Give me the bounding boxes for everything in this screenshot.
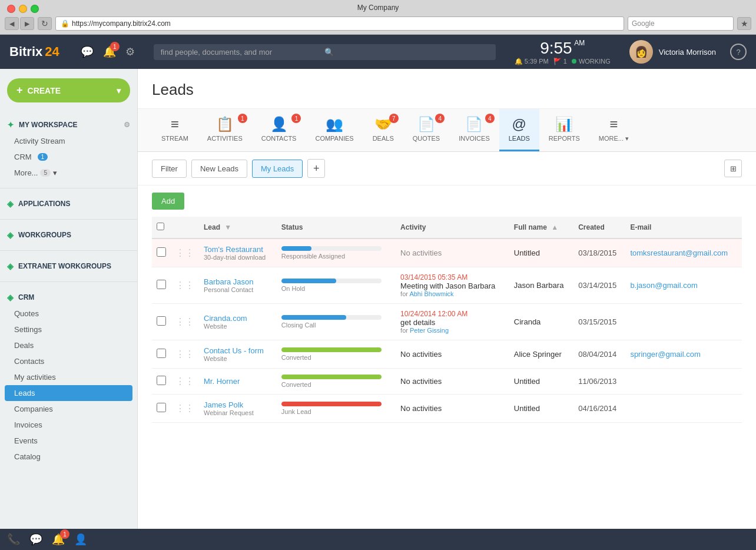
lead-name-0[interactable]: Tom's Restaurant [204,245,272,254]
row-status-cell: Junk Lead [277,395,396,423]
row-checkbox-5[interactable] [157,403,166,412]
row-handle-cell: ⋮⋮ [171,369,199,395]
sidebar-item-catalog[interactable]: Catalog [0,449,137,465]
maximize-window-btn[interactable] [31,5,39,13]
expand-button[interactable]: ⊞ [724,160,742,177]
sidebar-item-more[interactable]: More... 5 ▾ [0,165,137,181]
workgroups-header[interactable]: ◈ WORKGROUPS [0,227,137,243]
add-lead-button[interactable]: Add [152,193,184,210]
row-checkbox-2[interactable] [157,316,166,326]
settings-icon[interactable]: ⚙ [125,45,135,58]
sidebar-item-events[interactable]: Events [0,433,137,449]
username[interactable]: Victoria Morrison [659,48,716,57]
lead-name-5[interactable]: James Polk [204,400,272,409]
browser-search[interactable]: Google [628,16,734,31]
applications-header[interactable]: ◈ APPLICATIONS [0,196,137,212]
new-leads-button[interactable]: New Leads [191,160,247,178]
th-fullname[interactable]: Full name ▲ [509,217,573,238]
row-checkbox-0[interactable] [157,247,166,257]
activity-date-2[interactable]: 10/24/2014 12:00 AM [400,310,505,318]
chevron-down-icon: ▾ [53,168,57,177]
reload-button[interactable]: ↻ [38,17,52,30]
select-all-checkbox[interactable] [157,223,164,230]
row-status-cell: Converted [277,369,396,395]
bottom-bell-icon[interactable]: 🔔 1 [52,533,65,546]
phone-icon[interactable]: 📞 [7,533,20,546]
chat-icon[interactable]: 💬 [29,533,42,546]
tab-reports[interactable]: 📊 REPORTS [539,109,589,151]
lead-name-1[interactable]: Barbara Jason [204,277,272,286]
filter-button[interactable]: Filter [152,160,187,178]
drag-handle[interactable]: ⋮⋮ [175,317,194,327]
email-1[interactable]: b.jason@gmail.com [630,281,737,290]
activity-for-link-2[interactable]: Peter Gissing [410,327,449,334]
sidebar-item-leads[interactable]: Leads [5,385,132,401]
sidebar-item-crm[interactable]: CRM 1 [0,149,137,165]
my-workspace-header[interactable]: ✦ MY WORKSPACE ⚙ [0,117,137,133]
activity-for-link-1[interactable]: Abhi Bhowmick [409,290,453,297]
tab-leads[interactable]: @ LEADS [499,109,539,151]
activity-title-5: No activities [400,404,505,413]
address-bar[interactable]: 🔒 https://mycompany.bitrix24.com [55,16,624,31]
table-row: ⋮⋮ Mr. Horner Converted No activities [152,369,742,395]
tab-invoices[interactable]: 4 📄 INVOICES [449,109,499,151]
row-checkbox-3[interactable] [157,349,166,358]
close-window-btn[interactable] [7,5,15,13]
sidebar-item-activity-stream[interactable]: Activity Stream [0,133,137,149]
th-lead[interactable]: Lead ▼ [199,217,277,238]
sidebar-item-quotes[interactable]: Quotes [0,306,137,322]
tab-quotes[interactable]: 4 📄 QUOTES [403,109,449,151]
th-checkbox [152,217,171,238]
more-icon: ≡ [609,116,618,132]
bookmark-icon[interactable]: ★ [737,17,751,30]
th-activity[interactable]: Activity [396,217,509,238]
drag-handle[interactable]: ⋮⋮ [175,280,194,290]
tab-more[interactable]: ≡ MORE... ▾ [589,109,638,151]
header-search[interactable]: find people, documents, and mor 🔍 [154,44,496,60]
sidebar-item-deals[interactable]: Deals [0,337,137,353]
drag-handle[interactable]: ⋮⋮ [175,403,194,413]
lead-name-2[interactable]: Ciranda.com [204,314,272,323]
crm-section-header[interactable]: ◈ CRM [0,289,137,306]
row-email-cell [625,369,742,395]
email-0[interactable]: tomksrestaurant@gmail.com [630,249,737,257]
th-status[interactable]: Status [277,217,396,238]
help-button[interactable]: ? [730,44,747,60]
tab-activities[interactable]: 1 📋 ACTIVITIES [198,109,252,151]
back-button[interactable]: ◀ [5,17,19,30]
forward-button[interactable]: ▶ [20,17,34,30]
drag-handle[interactable]: ⋮⋮ [175,376,194,386]
extranet-header[interactable]: ◈ EXTRANET WORKGROUPS [0,258,137,274]
tab-deals[interactable]: 7 🤝 DEALS [363,109,403,151]
create-button[interactable]: + CREATE ▾ [7,78,130,102]
email-3[interactable]: springer@gmail.com [630,350,737,359]
status-bar-container-3: Converted [281,347,382,361]
bell-icon[interactable]: 🔔 1 [103,45,116,58]
message-icon[interactable]: 💬 [81,45,94,58]
lead-source-5: Webinar Request [204,409,272,416]
contacts-badge: 1 [291,114,301,123]
sidebar-item-invoices[interactable]: Invoices [0,417,137,433]
sidebar-item-companies[interactable]: Companies [0,401,137,417]
add-filter-button[interactable]: + [307,159,325,178]
sidebar-item-my-activities[interactable]: My activities [0,369,137,385]
lead-name-4[interactable]: Mr. Horner [204,377,272,386]
drag-handle[interactable]: ⋮⋮ [175,248,194,258]
lead-name-3[interactable]: Contact Us - form [204,346,272,355]
activity-date-1[interactable]: 03/14/2015 05:35 AM [400,273,505,281]
my-leads-button[interactable]: My Leads [252,160,303,178]
drag-handle[interactable]: ⋮⋮ [175,349,194,359]
sidebar-divider-4 [0,281,137,282]
tab-companies[interactable]: 👥 COMPANIES [306,109,363,151]
th-created[interactable]: Created [573,217,625,238]
tab-contacts[interactable]: 1 👤 CONTACTS [252,109,306,151]
row-checkbox-4[interactable] [157,376,166,385]
sidebar-item-contacts[interactable]: Contacts [0,353,137,369]
row-checkbox-1[interactable] [157,280,166,289]
tab-stream[interactable]: ≡ STREAM [152,109,198,151]
sidebar-item-settings[interactable]: Settings [0,322,137,337]
minimize-window-btn[interactable] [19,5,27,13]
th-email[interactable]: E-mail [625,217,742,238]
gear-icon[interactable]: ⚙ [124,121,130,129]
bottom-user-icon[interactable]: 👤 [74,533,87,546]
